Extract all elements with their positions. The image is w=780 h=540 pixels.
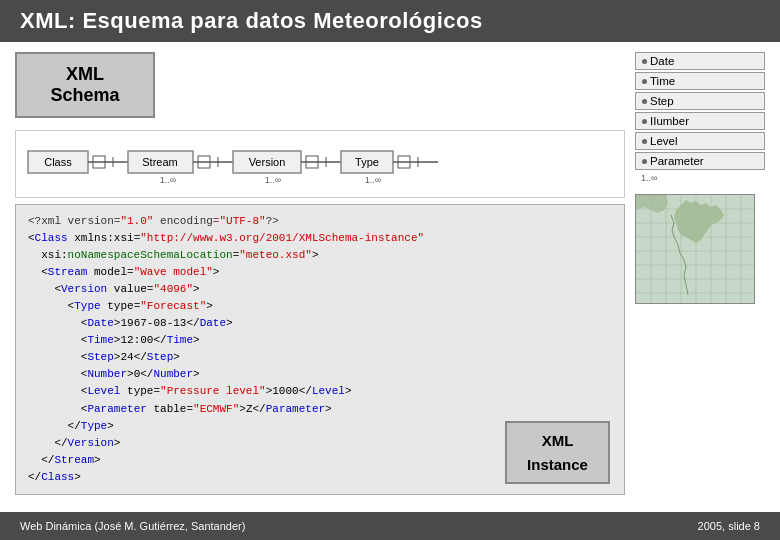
svg-text:Type: Type bbox=[355, 156, 379, 168]
left-column: XML Schema Class Stream 1..∞ bbox=[15, 52, 625, 494]
dot-date bbox=[642, 59, 647, 64]
map-svg bbox=[636, 195, 755, 304]
schema-label-parameter: Parameter bbox=[650, 155, 704, 167]
content-area: XML Schema Class Stream 1..∞ bbox=[0, 42, 780, 504]
code-block: <?xml version="1.0" encoding="UTF-8"?> <… bbox=[15, 204, 625, 495]
svg-text:Class: Class bbox=[44, 156, 72, 168]
code-line-12: <Parameter table="ECMWF">Z</Parameter> bbox=[28, 401, 612, 418]
schema-row-parameter: Parameter bbox=[635, 152, 765, 170]
right-schema: Date Time Step IIumber Level Parameter bbox=[635, 52, 765, 183]
schema-row-date: Date bbox=[635, 52, 765, 70]
schema-multiplicity: 1..∞ bbox=[641, 173, 765, 183]
code-line-1: <?xml version="1.0" encoding="UTF-8"?> bbox=[28, 213, 612, 230]
svg-text:1..∞: 1..∞ bbox=[365, 175, 381, 185]
schema-label-level: Level bbox=[650, 135, 678, 147]
code-line-9: <Step>24</Step> bbox=[28, 349, 612, 366]
code-line-6: <Type type="Forecast"> bbox=[28, 298, 612, 315]
code-line-2: <Class xmlns:xsi="http://www.w3.org/2001… bbox=[28, 230, 612, 247]
dot-time bbox=[642, 79, 647, 84]
dot-number bbox=[642, 119, 647, 124]
code-line-3: xsi:noNamespaceSchemaLocation="meteo.xsd… bbox=[28, 247, 612, 264]
right-column: Date Time Step IIumber Level Parameter bbox=[635, 52, 765, 494]
code-line-5: <Version value="4096"> bbox=[28, 281, 612, 298]
svg-text:Stream: Stream bbox=[142, 156, 177, 168]
footer-left: Web Dinámica (José M. Gutiérrez, Santand… bbox=[20, 520, 245, 532]
dot-step bbox=[642, 99, 647, 104]
schema-diagram-svg: Class Stream 1..∞ Version bbox=[18, 133, 588, 191]
dot-parameter bbox=[642, 159, 647, 164]
xml-instance-box: XML Instance bbox=[505, 421, 610, 484]
code-line-4: <Stream model="Wave model"> bbox=[28, 264, 612, 281]
code-line-8: <Time>12:00</Time> bbox=[28, 332, 612, 349]
schema-label-time: Time bbox=[650, 75, 675, 87]
code-line-7: <Date>1967-08-13</Date> bbox=[28, 315, 612, 332]
svg-text:1..∞: 1..∞ bbox=[160, 175, 176, 185]
svg-text:Version: Version bbox=[249, 156, 286, 168]
page-header: XML: Esquema para datos Meteorológicos bbox=[0, 0, 780, 42]
schema-row-step: Step bbox=[635, 92, 765, 110]
page-footer: Web Dinámica (José M. Gutiérrez, Santand… bbox=[0, 512, 780, 540]
code-line-11: <Level type="Pressure level">1000</Level… bbox=[28, 383, 612, 400]
code-line-10: <Number>0</Number> bbox=[28, 366, 612, 383]
schema-label-number: IIumber bbox=[650, 115, 689, 127]
map-container bbox=[635, 194, 755, 304]
footer-right: 2005, slide 8 bbox=[698, 520, 760, 532]
schema-row-level: Level bbox=[635, 132, 765, 150]
header-title: XML: Esquema para datos Meteorológicos bbox=[20, 8, 483, 33]
schema-row-time: Time bbox=[635, 72, 765, 90]
dot-level bbox=[642, 139, 647, 144]
schema-label-step: Step bbox=[650, 95, 674, 107]
diagram-area: Class Stream 1..∞ Version bbox=[15, 130, 625, 198]
schema-label-date: Date bbox=[650, 55, 674, 67]
svg-text:1..∞: 1..∞ bbox=[265, 175, 281, 185]
xml-schema-box: XML Schema bbox=[15, 52, 155, 118]
schema-row-number: IIumber bbox=[635, 112, 765, 130]
